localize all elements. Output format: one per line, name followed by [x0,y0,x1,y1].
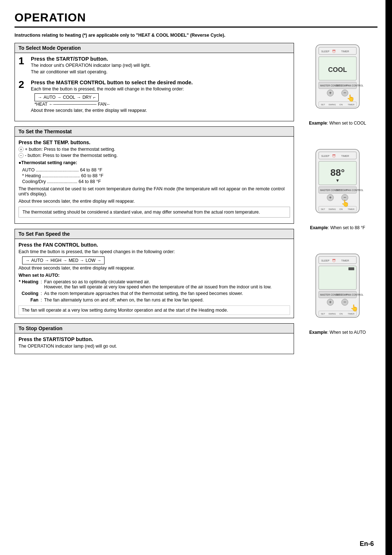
svg-text:FAN CONTROL: FAN CONTROL [347,293,364,296]
fan-low: LOW [86,258,95,263]
svg-text:−: − [343,90,346,96]
step-2: 2 Press the MASTER CONTROL button to sel… [19,80,290,114]
remote-3-wrapper: SLEEP ⏰ TIMER MASTER CONTROL SET TEMP FA… [301,252,374,328]
fan-flow-diagram: → AUTO → HIGH → MED → LOW → [22,256,290,264]
svg-text:TIMER: TIMER [348,208,355,210]
mode-flow-box: → AUTO → COOL → DRY ⌐ [34,93,99,101]
svg-text:SET TEMP: SET TEMP [336,84,347,87]
heating-desc2: However, the fan will operate at very lo… [44,284,271,289]
svg-text:SLEEP: SLEEP [321,259,330,262]
fan-auto-desc: The fan alternately turns on and off; wh… [44,297,204,303]
example-cool-text: : When set to COOL [327,121,366,126]
svg-text:⏰: ⏰ [332,154,336,158]
example-cool-bold: Example [309,121,327,126]
range-auto: AUTO .................................. … [22,167,290,173]
plus-icon: + [19,147,24,152]
remote-3-block: SLEEP ⏰ TIMER MASTER CONTROL SET TEMP FA… [301,252,374,335]
mode-auto: AUTO [44,95,56,100]
minus-icon: − [19,153,24,158]
mode-flow-row2: *HEAT ←────────────── FAN ← [34,102,290,107]
example-auto-text: : When set to AUTO [327,330,366,335]
svg-text:TIMER: TIMER [348,104,355,106]
svg-text:88°: 88° [330,167,344,178]
fan-speed-sub-title: Press the FAN CONTROL button. [19,242,290,248]
step-1: 1 Press the START/STOP button. The indoo… [19,56,290,76]
select-mode-body: 1 Press the START/STOP button. The indoo… [15,53,294,121]
arrow-down: ⌐ [93,95,95,100]
thermostat-note1: The thermostat cannot be used to set roo… [19,186,290,197]
select-mode-header: To Select Mode Operation [15,43,294,53]
step-1-desc1: The indoor unit's OPERATION indicator la… [31,63,290,68]
fan-auto: AUTO [31,258,43,263]
step-2-title: Press the MASTER CONTROL button to selec… [31,80,290,85]
remote-2-block: SLEEP ⏰ TIMER 88° ▼ MASTER CONTROL SET T… [301,147,374,230]
example-cool-label: Example: When set to COOL [301,121,374,126]
remote-1-block: SLEEP ⏰ TIMER COOL MASTER CONTROL SET TE… [301,43,374,126]
heating-desc1: Fan operates so as to optimally circulat… [44,279,271,284]
step-2-content: Press the MASTER CONTROL button to selec… [31,80,290,114]
mode-dry: DRY [82,95,91,100]
range-cooling: Cooling/Dry ........................ 64 … [22,179,290,184]
down-btn-desc: − - button: Press to lower the thermosta… [19,153,290,158]
fan-arrow-loop: → [97,258,101,263]
arrow-right-2: → [57,95,61,100]
svg-text:SET: SET [321,313,325,315]
thermostat-range-section: ●Thermostat setting range: AUTO ........… [19,160,290,184]
when-auto-section: When set to AUTO: * Heating : Fan operat… [19,273,290,303]
svg-text:SET TEMP: SET TEMP [336,189,347,191]
fan-speed-body: Press the FAN CONTROL button. Each time … [15,239,294,318]
fan-colon: : [41,297,42,303]
stop-desc: The OPERATION indicator lamp (red) will … [19,344,290,349]
example-temp-label: Example: When set to 88 °F [301,225,374,230]
thermostat-sub-title: Press the SET TEMP. buttons. [19,139,290,145]
fan-note: The fan will operate at a very low setti… [19,305,290,315]
remote-1-svg: SLEEP ⏰ TIMER COOL MASTER CONTROL SET TE… [305,43,370,119]
svg-text:+: + [329,299,332,305]
svg-text:FAN CONTROL: FAN CONTROL [347,84,364,87]
svg-text:TIMER: TIMER [341,50,349,53]
step-2-after: About three seconds later, the entire di… [31,108,290,113]
up-btn-desc: + + button: Press to rise the thermostat… [19,147,290,152]
fan-arrow-4: → [80,258,84,263]
thermostat-range: AUTO .................................. … [22,167,290,184]
fan-label: Fan [19,297,38,303]
section-select-mode: To Select Mode Operation 1 Press the STA… [15,43,294,121]
svg-text:👆: 👆 [350,304,359,312]
arrow-right-3: → [77,95,81,100]
fan-speed-desc: Each time the button is pressed, the fan… [19,249,290,254]
range-header: ●Thermostat setting range: [19,160,290,165]
thermostat-note2: About three seconds later, the entire di… [19,199,290,204]
cooling-auto-item: Cooling : As the room temperature approa… [19,291,290,296]
right-column: SLEEP ⏰ TIMER COOL MASTER CONTROL SET TE… [301,43,377,359]
range-heating: * Heating ..............................… [22,173,290,178]
when-auto-title: When set to AUTO: [19,273,290,278]
svg-text:ON: ON [339,208,343,210]
heating-label: * Heating [19,279,38,289]
fan-arrow-3: → [63,258,67,263]
heating-auto-item: * Heating : Fan operates so as to optima… [19,279,290,289]
stop-header: To Stop Operation [15,324,294,333]
remote-1-wrapper: SLEEP ⏰ TIMER COOL MASTER CONTROL SET TE… [301,43,374,119]
heating-desc: Fan operates so as to optimally circulat… [44,279,271,289]
section-stop-operation: To Stop Operation Press the START/STOP b… [15,323,294,354]
svg-text:👆: 👆 [341,199,350,207]
arrow-right-1: → [38,95,42,100]
cooling-desc: As the room temperature approaches that … [44,291,243,296]
fan-speed-header: To Set Fan Speed the [15,229,294,239]
svg-text:SET: SET [321,208,325,210]
vertical-bar [385,0,392,555]
arrow-left-heat: ←────────────── [49,102,97,107]
mode-heat: *HEAT [34,102,48,107]
mode-flow-diagram: → AUTO → COOL → DRY ⌐ *HEAT ←───────────… [34,93,290,107]
up-btn-text: + button: Press to rise the thermostat s… [25,147,115,152]
svg-text:SWING: SWING [328,208,336,210]
svg-text:ON: ON [339,104,343,106]
step-1-desc2: The air conditioner will start operating… [31,69,290,74]
svg-text:−: − [343,299,346,305]
svg-text:+: + [329,90,332,96]
stop-body: Press the START/STOP button. The OPERATI… [15,333,294,354]
step-1-content: Press the START/STOP button. The indoor … [31,56,290,76]
intro-note: Instructions relating to heating (*) are… [15,33,377,38]
fan-arrow-1: → [25,258,30,263]
svg-text:ON: ON [339,313,343,315]
